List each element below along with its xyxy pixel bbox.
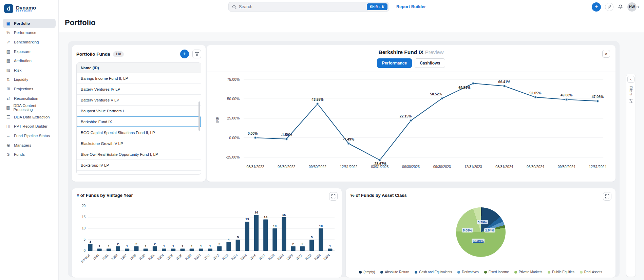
- legend-label: Absolute Return: [385, 270, 409, 274]
- sidebar-item-benchmarking[interactable]: ↗Benchmarking: [3, 37, 56, 47]
- filters-rail-label: Filters: [629, 86, 633, 95]
- page-title: Portfolio: [65, 18, 644, 27]
- add-button[interactable]: +: [592, 2, 601, 12]
- sidebar-item-dda-data-extraction[interactable]: ☰DDA Data Extraction: [3, 112, 56, 122]
- fund-row[interactable]: Blackstone Growth V LP: [77, 138, 201, 149]
- svg-text:0.00%: 0.00%: [229, 136, 240, 140]
- svg-text:50.52%: 50.52%: [430, 92, 442, 96]
- legend-dot-icon: [514, 271, 517, 274]
- legend-item[interactable]: Fixed Income: [484, 270, 509, 274]
- open-filters-button[interactable]: [629, 99, 633, 103]
- report-builder-link[interactable]: Report Builder: [396, 4, 426, 9]
- chevron-down-icon: ▾: [638, 5, 639, 9]
- legend-item[interactable]: Cash and Equivalents: [415, 270, 452, 274]
- svg-text:2013: 2013: [221, 253, 229, 261]
- fund-row[interactable]: Battery Ventures IV LP: [77, 84, 201, 95]
- sidebar-item-performance[interactable]: %Performance: [3, 28, 56, 38]
- search-box[interactable]: Shift + K: [228, 2, 389, 12]
- app-root: d Dynamo SOFTWARE ▣Portfolio%Performance…: [0, 0, 644, 280]
- sidebar-item-label: PPT Report Builder: [14, 124, 48, 128]
- legend-item[interactable]: Private Markets: [514, 270, 542, 274]
- filter-funds-button[interactable]: [192, 50, 201, 58]
- sidebar-item-risk[interactable]: ▨Risk: [3, 66, 56, 75]
- legend-item[interactable]: Public Equities: [548, 270, 574, 274]
- search-shortcut-badge: Shift + K: [367, 3, 387, 10]
- sidebar-item-managers[interactable]: ◉Managers: [3, 141, 56, 150]
- pie-label[interactable]: 3.39%: [477, 220, 488, 224]
- pie-label[interactable]: 5.08%: [462, 228, 473, 232]
- pipeline-icon: →: [6, 133, 11, 138]
- sidebar-item-liquidity[interactable]: ⇅Liquidity: [3, 75, 56, 85]
- fund-row[interactable]: Berkshire Fund IX: [77, 116, 201, 127]
- notifications-button[interactable]: [618, 4, 623, 10]
- sidebar-item-dda-content-processing[interactable]: ▩DDA Content Processing: [3, 103, 56, 112]
- close-preview-button[interactable]: ×: [602, 50, 610, 58]
- svg-text:-7.49%: -7.49%: [343, 137, 354, 141]
- sidebar-item-exposure[interactable]: ▥Exposure: [3, 47, 56, 56]
- svg-text:2004: 2004: [157, 253, 165, 261]
- svg-text:75.00%: 75.00%: [227, 77, 240, 81]
- tab-performance[interactable]: Performance: [377, 58, 412, 68]
- fund-row[interactable]: BoxGroup IV LP: [77, 160, 201, 171]
- legend-item[interactable]: Derivatives: [457, 270, 478, 274]
- sidebar-item-projections[interactable]: ⊞Projections: [3, 84, 56, 94]
- user-menu[interactable]: HW ▾: [627, 2, 639, 12]
- edit-button[interactable]: [605, 3, 613, 11]
- sidebar-item-ppt-report-builder[interactable]: ◫PPT Report Builder: [3, 122, 56, 131]
- sidebar-item-attribution[interactable]: ▦Attribution: [3, 56, 56, 66]
- briefcase-icon: ▣: [6, 21, 11, 26]
- expand-asset-button[interactable]: [603, 192, 611, 201]
- pie-label[interactable]: 53.39%: [472, 239, 485, 243]
- svg-text:2: 2: [117, 242, 119, 246]
- svg-text:1999: 1999: [129, 253, 137, 261]
- funds-scrollbar[interactable]: [198, 101, 200, 131]
- sidebar-item-fund-pipeline-status[interactable]: →Fund Pipeline Status: [3, 131, 56, 141]
- sidebar-item-label: Funds: [14, 152, 25, 156]
- funds-card-title: Portfolio Funds: [76, 52, 110, 57]
- fund-row[interactable]: Brandywine Microcap Equity, LP: [77, 171, 201, 175]
- svg-text:06/30/2024: 06/30/2024: [527, 165, 544, 169]
- expand-vintage-button[interactable]: [329, 192, 338, 201]
- fund-preview-card: × Berkshire Fund IX Preview PerformanceC…: [207, 45, 615, 182]
- legend-item[interactable]: Absolute Return: [380, 270, 409, 274]
- avatar: HW: [627, 2, 637, 12]
- funds-column-header: Name (ID): [77, 63, 201, 73]
- legend-item[interactable]: Real Assets: [580, 270, 602, 274]
- svg-text:06/30/2023: 06/30/2023: [402, 165, 420, 169]
- fund-row[interactable]: Blue Owl Real Estate Opportunity Fund I,…: [77, 149, 201, 160]
- svg-text:1: 1: [191, 244, 193, 248]
- svg-text:5: 5: [237, 235, 239, 239]
- add-fund-button[interactable]: +: [180, 50, 189, 58]
- report-grid-icon: ◫: [6, 124, 11, 129]
- tab-cashflows[interactable]: Cashflows: [415, 58, 445, 68]
- fund-row[interactable]: BGO Capital Special Situations Fund II, …: [77, 127, 201, 138]
- legend-item[interactable]: (empty): [359, 270, 375, 274]
- svg-text:2005: 2005: [166, 253, 174, 261]
- svg-text:03/31/2022: 03/31/2022: [247, 165, 264, 169]
- svg-text:12/31/2024: 12/31/2024: [589, 165, 606, 169]
- svg-text:1992: 1992: [111, 253, 118, 261]
- sidebar-item-reconciliation[interactable]: ⇄Reconciliation: [3, 94, 56, 103]
- fund-row[interactable]: Baupost Value Partners I: [77, 106, 201, 116]
- sidebar-item-funds[interactable]: $Funds: [3, 150, 56, 159]
- svg-text:2011: 2011: [203, 253, 211, 261]
- scales-icon: ⇄: [6, 96, 11, 101]
- sidebar-item-label: Benchmarking: [14, 40, 39, 44]
- bottom-row: # of Funds by Vintage Year 051015203(emp…: [72, 188, 615, 278]
- bell-icon: [618, 4, 623, 10]
- svg-text:1: 1: [99, 244, 101, 248]
- top-row: Portfolio Funds 118 +: [72, 45, 615, 182]
- fund-row[interactable]: Battery Ventures V LP: [77, 95, 201, 106]
- fund-row[interactable]: Barings Income Fund II, LP: [77, 73, 201, 84]
- sidebar-item-label: Reconciliation: [14, 96, 38, 100]
- svg-text:50.00%: 50.00%: [227, 97, 240, 101]
- collapse-filters-button[interactable]: ‹: [627, 76, 634, 83]
- legend-label: Private Markets: [519, 270, 542, 274]
- sidebar-item-portfolio[interactable]: ▣Portfolio: [3, 19, 56, 28]
- svg-text:12/31/2023: 12/31/2023: [465, 165, 482, 169]
- pie-label[interactable]: 2.54%: [484, 228, 495, 232]
- brand[interactable]: d Dynamo SOFTWARE: [0, 0, 58, 17]
- svg-text:5: 5: [311, 235, 313, 239]
- sidebar-item-label: Fund Pipeline Status: [14, 134, 50, 138]
- search-input[interactable]: [239, 4, 367, 9]
